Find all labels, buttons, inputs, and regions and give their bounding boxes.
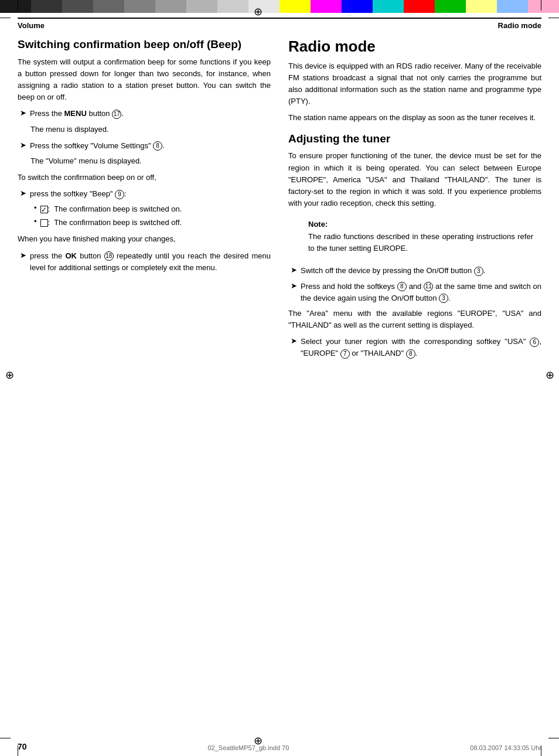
- left-section-title: Switching confirmation beep on/off (Beep…: [18, 38, 271, 52]
- right-body1: This device is equipped with an RDS radi…: [288, 60, 541, 108]
- step1-item: ➤ Press the MENU button 17.: [20, 108, 271, 120]
- left-column: Switching confirmation beep on/off (Beep…: [18, 38, 271, 363]
- registration-mark-left: [4, 369, 15, 381]
- r-step1-text: Switch off the device by pressing the On…: [301, 265, 541, 277]
- sub1-text: : The confirmation beep is switched on.: [40, 203, 271, 215]
- r-arrow-icon-1: ➤: [291, 265, 297, 274]
- sub-bullet-1: • : The confirmation beep is switched on…: [34, 203, 271, 215]
- step2b-text: The "Volume" menu is displayed.: [30, 155, 271, 167]
- right-main-title: Radio mode: [288, 38, 541, 56]
- r-step3-text: Select your tuner region with the corres…: [301, 336, 541, 359]
- menu-bold: MENU: [64, 109, 87, 118]
- page-number: 70: [18, 742, 27, 751]
- step3-item: ➤ press the softkey "Beep" 9:: [20, 188, 271, 200]
- registration-mark-top: [252, 6, 264, 18]
- crop-mark-br-h: [548, 738, 559, 738]
- circled-8a: 8: [153, 141, 162, 151]
- step4-text: press the OK button 18 repeatedly until …: [30, 250, 271, 274]
- arrow-icon-4: ➤: [20, 251, 26, 260]
- circled-6: 6: [530, 338, 539, 347]
- date-info: 08.03.2007 14:33:05 Uhr: [470, 744, 541, 751]
- step3-text: press the softkey "Beep" 9:: [30, 188, 271, 200]
- circled-18: 18: [104, 251, 114, 261]
- right-sub-body1: To ensure proper functioning of the tune…: [288, 150, 541, 209]
- circled-9: 9: [115, 190, 124, 199]
- crop-mark-tr-v: [541, 0, 541, 11]
- step3-intro: To switch the confirmation beep on or of…: [18, 172, 271, 183]
- step1-text: Press the MENU button 17.: [30, 108, 271, 120]
- bullet-dot-2: •: [34, 217, 37, 226]
- registration-mark-right: [544, 369, 555, 381]
- note-title: Note:: [308, 220, 533, 229]
- r-arrow-icon-3: ➤: [291, 336, 297, 345]
- crop-mark-bl-h: [0, 738, 11, 738]
- header-row: Volume Radio mode: [18, 18, 541, 30]
- circled-3a: 3: [474, 267, 483, 276]
- crop-mark-tr-h: [548, 18, 559, 18]
- r-step1-item: ➤ Switch off the device by pressing the …: [291, 265, 541, 277]
- r-step2b-text: The "Area" menu with the available regio…: [288, 308, 541, 331]
- crop-mark-tl-h: [0, 18, 11, 18]
- circled-8b: 8: [397, 282, 407, 291]
- bullet-dot-1: •: [34, 203, 37, 212]
- r-step2-item: ➤ Press and hold the softkeys 8 and 11 a…: [291, 281, 541, 304]
- step1b-text: The menu is displayed.: [30, 124, 271, 135]
- step2-text: Press the softkey "Volume Settings" 8.: [30, 140, 271, 152]
- right-column: Radio mode This device is equipped with …: [288, 38, 541, 363]
- sub-bullet-2: • : The confirmation beep is switched of…: [34, 217, 271, 229]
- circled-7: 7: [340, 349, 350, 359]
- circled-11: 11: [424, 282, 433, 291]
- arrow-icon-1: ➤: [20, 108, 26, 117]
- sub2-text: : The confirmation beep is switched off.: [40, 217, 271, 229]
- r-arrow-icon-2: ➤: [291, 281, 297, 290]
- color-bar: [0, 0, 559, 13]
- columns: Switching confirmation beep on/off (Beep…: [18, 38, 541, 363]
- file-info: 02_SeattleMP57_gb.indd 70: [208, 744, 289, 751]
- page-container: Volume Radio mode Switching confirmation…: [18, 18, 541, 738]
- page-footer: 70 02_SeattleMP57_gb.indd 70 08.03.2007 …: [18, 742, 541, 751]
- note-box: Note: The radio functions described in t…: [300, 215, 541, 259]
- crop-mark-tl-v: [18, 0, 18, 11]
- ok-bold: OK: [65, 251, 77, 260]
- r-step2-text: Press and hold the softkeys 8 and 11 at …: [301, 281, 541, 304]
- checkbox-empty-icon: [40, 219, 48, 227]
- adjusting-title: Adjusting the tuner: [288, 132, 541, 146]
- arrow-icon-2: ➤: [20, 141, 26, 149]
- r-step3-item: ➤ Select your tuner region with the corr…: [291, 336, 541, 359]
- step4-intro: When you have finished making your chang…: [18, 233, 271, 245]
- circled-8c: 8: [406, 349, 415, 359]
- header-left: Volume: [18, 21, 45, 30]
- step2-item: ➤ Press the softkey "Volume Settings" 8.: [20, 140, 271, 152]
- circled-17: 17: [112, 110, 121, 119]
- right-body2: The station name appears on the display …: [288, 112, 541, 124]
- left-intro: The system will output a confirmation be…: [18, 56, 271, 104]
- note-body: The radio functions described in these o…: [308, 231, 533, 254]
- arrow-icon-3: ➤: [20, 189, 26, 197]
- checkbox-checked-icon: [40, 206, 48, 213]
- step4-item: ➤ press the OK button 18 repeatedly unti…: [20, 250, 271, 274]
- header-right: Radio mode: [498, 21, 541, 30]
- circled-3b: 3: [439, 294, 448, 303]
